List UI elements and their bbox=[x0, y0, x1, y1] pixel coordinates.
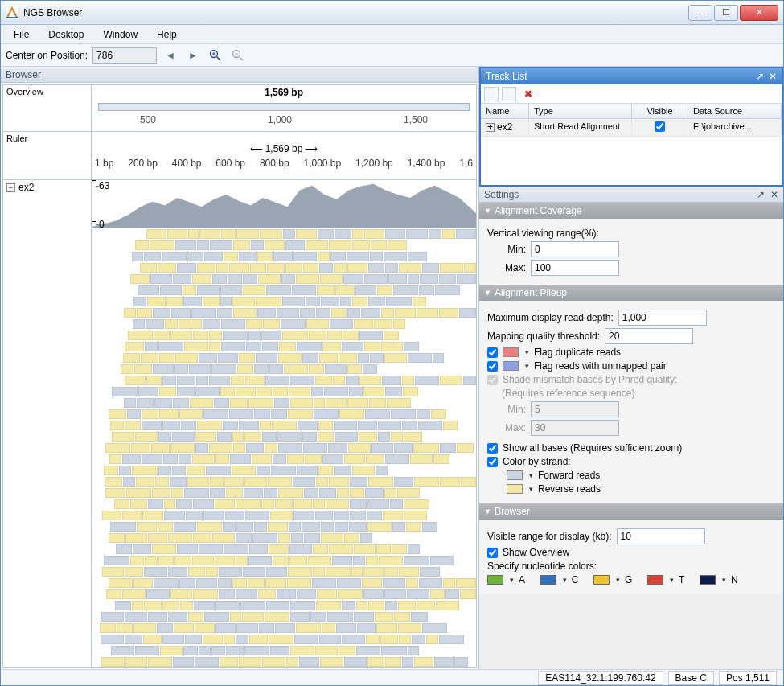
track-label[interactable]: − ex2 bbox=[3, 180, 92, 667]
svg-line-3 bbox=[217, 56, 221, 60]
track-visible-checkbox[interactable] bbox=[655, 121, 665, 132]
nuc-a-swatch[interactable] bbox=[487, 575, 503, 585]
dup-color-swatch[interactable] bbox=[503, 347, 519, 357]
cov-max-input[interactable] bbox=[531, 260, 619, 276]
shade-max-input bbox=[531, 420, 619, 436]
show-all-bases-checkbox[interactable] bbox=[487, 443, 498, 454]
unmapped-color-swatch[interactable] bbox=[503, 361, 519, 371]
expand-icon[interactable]: + bbox=[486, 123, 495, 132]
maximize-button[interactable]: ☐ bbox=[714, 5, 738, 21]
settings-close-icon[interactable]: ✕ bbox=[770, 189, 778, 200]
menu-desktop[interactable]: Desktop bbox=[40, 27, 92, 42]
nuc-n-swatch[interactable] bbox=[700, 575, 716, 585]
center-position-input[interactable] bbox=[92, 47, 157, 64]
svg-marker-9 bbox=[92, 184, 476, 228]
menubar: File Desktop Window Help bbox=[1, 25, 783, 44]
section-browser[interactable]: ▼Browser bbox=[479, 503, 783, 520]
forward-button[interactable]: ► bbox=[184, 47, 202, 64]
settings-undock-icon[interactable]: ↗ bbox=[757, 189, 765, 200]
window-title: NGS Browser bbox=[23, 7, 688, 18]
overview-bp: 1,569 bp bbox=[92, 85, 476, 100]
col-datasource[interactable]: Data Source bbox=[688, 104, 782, 118]
overview-ticks: 500 1,000 1,500 bbox=[92, 114, 476, 125]
svg-line-7 bbox=[240, 56, 244, 60]
move-track-up-button[interactable] bbox=[484, 87, 499, 101]
status-pos: Pos 1,511 bbox=[719, 671, 777, 685]
shade-min-input bbox=[531, 401, 619, 417]
flag-unmapped-checkbox[interactable] bbox=[487, 361, 498, 372]
minimize-button[interactable]: — bbox=[688, 5, 712, 21]
mapq-input[interactable] bbox=[605, 328, 693, 344]
statusbar: EAS114_32:1:199:760:42 Base C Pos 1,511 bbox=[1, 669, 783, 685]
read-depth-input[interactable] bbox=[618, 310, 707, 326]
undock-icon[interactable]: ↗ bbox=[756, 71, 764, 82]
coverage-min: └0 bbox=[93, 219, 105, 230]
fwd-color-swatch[interactable] bbox=[507, 470, 523, 480]
ruler-ticks: 1 bp200 bp400 bp600 bp800 bp1,000 bp1,20… bbox=[92, 154, 476, 169]
color-by-strand-checkbox[interactable] bbox=[487, 457, 498, 467]
ruler-label: Ruler bbox=[3, 132, 92, 179]
cov-min-input[interactable] bbox=[531, 241, 619, 257]
section-alignment-pileup[interactable]: ▼Alignment Pileup bbox=[479, 285, 783, 301]
overview-range-bar[interactable] bbox=[98, 103, 470, 111]
zoom-out-button[interactable] bbox=[229, 47, 247, 64]
col-name[interactable]: Name bbox=[481, 104, 529, 118]
show-overview-checkbox[interactable] bbox=[487, 548, 498, 558]
menu-window[interactable]: Window bbox=[95, 27, 146, 42]
ruler-bp: ⟵ 1,569 bp ⟶ bbox=[92, 132, 476, 154]
vert-range-label: Vertical viewing range(%): bbox=[487, 228, 599, 239]
col-type[interactable]: Type bbox=[529, 104, 632, 118]
toolbar: Center on Position: ◄ ► bbox=[1, 44, 783, 67]
overview-label: Overview bbox=[3, 85, 92, 131]
status-read: EAS114_32:1:199:760:42 bbox=[538, 671, 663, 685]
status-base: Base C bbox=[668, 671, 714, 685]
coverage-max: ┌63 bbox=[93, 180, 109, 191]
collapse-icon[interactable]: − bbox=[6, 183, 15, 192]
tracklist-close-icon[interactable]: ✕ bbox=[769, 71, 777, 82]
menu-help[interactable]: Help bbox=[149, 27, 185, 42]
tracklist-panel: Track List ↗✕ ✖ Name Type Visible Data S… bbox=[479, 67, 783, 187]
reads-grid bbox=[92, 229, 476, 667]
center-position-label: Center on Position: bbox=[6, 50, 88, 61]
rev-color-swatch[interactable] bbox=[507, 484, 523, 494]
app-icon bbox=[6, 6, 18, 19]
tracklist-header: Track List bbox=[486, 71, 527, 82]
coverage-chart bbox=[92, 180, 476, 228]
zoom-in-button[interactable] bbox=[207, 47, 224, 64]
nuc-c-swatch[interactable] bbox=[540, 575, 556, 585]
flag-dup-checkbox[interactable] bbox=[487, 347, 498, 358]
delete-track-button[interactable]: ✖ bbox=[524, 88, 532, 100]
shade-checkbox bbox=[487, 375, 498, 385]
visible-range-input[interactable] bbox=[617, 528, 705, 544]
move-track-down-button[interactable] bbox=[502, 87, 516, 101]
back-button[interactable]: ◄ bbox=[162, 47, 179, 64]
titlebar: NGS Browser — ☐ ✕ bbox=[1, 1, 783, 25]
pileup-area[interactable]: ┌63 └0 bbox=[92, 180, 476, 667]
col-visible[interactable]: Visible bbox=[632, 104, 688, 118]
browser-panel-header: Browser bbox=[1, 67, 478, 83]
section-alignment-coverage[interactable]: ▼Alignment Coverage bbox=[479, 203, 783, 219]
nuc-t-swatch[interactable] bbox=[647, 575, 663, 585]
nuc-g-swatch[interactable] bbox=[593, 575, 610, 585]
table-row[interactable]: +ex2 Short Read Alignment E:\jobarchive.… bbox=[481, 119, 782, 137]
close-button[interactable]: ✕ bbox=[740, 5, 778, 21]
track-name: ex2 bbox=[18, 182, 34, 193]
menu-file[interactable]: File bbox=[6, 27, 37, 42]
settings-header: Settings bbox=[484, 189, 519, 200]
svg-rect-1 bbox=[6, 17, 18, 18]
